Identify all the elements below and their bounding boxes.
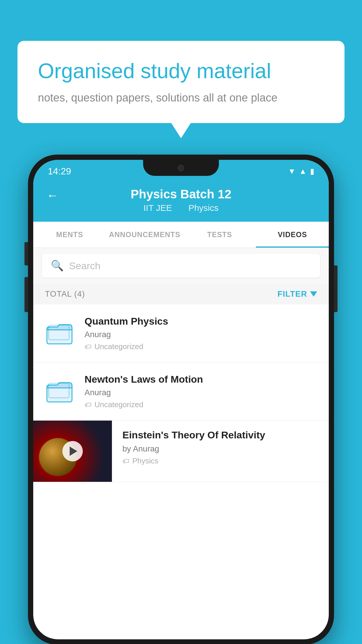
tag-icon: 🏷 bbox=[85, 401, 92, 409]
speech-bubble-container: Organised study material notes, question… bbox=[17, 41, 345, 123]
video-info: Einstein's Theory Of Relativity by Anura… bbox=[112, 421, 317, 474]
video-author: Anurag bbox=[85, 330, 317, 339]
filter-label: FILTER bbox=[277, 289, 307, 299]
filter-icon bbox=[310, 291, 317, 297]
total-count: TOTAL (4) bbox=[45, 289, 85, 299]
video-title: Quantum Physics bbox=[85, 316, 317, 327]
battery-icon: ▮ bbox=[310, 167, 314, 176]
app-header: ← Physics Batch 12 IIT JEE Physics bbox=[33, 180, 329, 222]
phone-screen: 14:29 ▼ ▲ ▮ ← Physics Batch 12 IIT JEE P… bbox=[33, 160, 329, 639]
phone-notch bbox=[143, 160, 219, 176]
video-info: Quantum Physics Anurag 🏷 Uncategorized bbox=[85, 316, 317, 351]
back-button[interactable]: ← bbox=[46, 188, 59, 202]
power-button bbox=[334, 265, 338, 312]
video-list: Quantum Physics Anurag 🏷 Uncategorized bbox=[33, 304, 329, 482]
filter-button[interactable]: FILTER bbox=[277, 289, 317, 299]
tab-tests[interactable]: TESTS bbox=[183, 222, 256, 248]
filter-bar: TOTAL (4) FILTER bbox=[33, 284, 329, 304]
video-title: Newton's Laws of Motion bbox=[85, 374, 317, 385]
status-time: 14:29 bbox=[48, 166, 71, 177]
tab-bar: MENTS ANNOUNCEMENTS TESTS VIDEOS bbox=[33, 222, 329, 248]
folder-icon bbox=[45, 319, 74, 348]
search-container: 🔍 Search bbox=[33, 248, 329, 284]
speech-bubble-title: Organised study material bbox=[38, 58, 324, 83]
video-tag: 🏷 Uncategorized bbox=[85, 400, 317, 409]
tag-label: Uncategorized bbox=[94, 342, 143, 351]
list-item[interactable]: Quantum Physics Anurag 🏷 Uncategorized bbox=[33, 304, 329, 363]
tab-announcements[interactable]: ANNOUNCEMENTS bbox=[106, 222, 183, 248]
header-title: Physics Batch 12 bbox=[131, 187, 231, 201]
subtitle-physics: Physics bbox=[188, 203, 218, 213]
search-bar[interactable]: 🔍 Search bbox=[42, 254, 320, 278]
tab-videos[interactable]: VIDEOS bbox=[256, 222, 329, 248]
subtitle-iit: IIT JEE bbox=[143, 203, 172, 213]
video-thumbnail bbox=[33, 421, 112, 482]
header-subtitle: IIT JEE Physics bbox=[140, 203, 222, 213]
play-button[interactable] bbox=[62, 441, 83, 461]
list-item[interactable]: Newton's Laws of Motion Anurag 🏷 Uncateg… bbox=[33, 363, 329, 421]
video-title: Einstein's Theory Of Relativity bbox=[122, 429, 317, 441]
front-camera bbox=[178, 165, 184, 171]
search-icon: 🔍 bbox=[51, 260, 64, 272]
volume-button-2 bbox=[24, 277, 28, 312]
video-author: Anurag bbox=[85, 388, 317, 397]
speech-bubble: Organised study material notes, question… bbox=[17, 41, 345, 123]
folder-icon bbox=[45, 377, 74, 406]
search-input[interactable]: Search bbox=[69, 260, 101, 272]
signal-icon: ▲ bbox=[299, 167, 307, 176]
tag-icon: 🏷 bbox=[85, 343, 92, 351]
list-item[interactable]: Einstein's Theory Of Relativity by Anura… bbox=[33, 421, 329, 482]
video-author: by Anurag bbox=[122, 444, 317, 454]
tag-label: Physics bbox=[132, 456, 159, 466]
status-icons: ▼ ▲ ▮ bbox=[288, 167, 314, 176]
tag-icon: 🏷 bbox=[122, 457, 129, 465]
video-tag: 🏷 Uncategorized bbox=[85, 342, 317, 351]
phone-frame: 14:29 ▼ ▲ ▮ ← Physics Batch 12 IIT JEE P… bbox=[28, 155, 334, 644]
tab-ments[interactable]: MENTS bbox=[33, 222, 106, 248]
tag-label: Uncategorized bbox=[94, 400, 143, 409]
volume-button-1 bbox=[24, 242, 28, 265]
speech-bubble-subtitle: notes, question papers, solutions all at… bbox=[38, 92, 324, 104]
video-info: Newton's Laws of Motion Anurag 🏷 Uncateg… bbox=[85, 374, 317, 409]
wifi-icon: ▼ bbox=[288, 167, 296, 176]
video-tag: 🏷 Physics bbox=[122, 456, 317, 466]
play-icon bbox=[70, 447, 77, 456]
